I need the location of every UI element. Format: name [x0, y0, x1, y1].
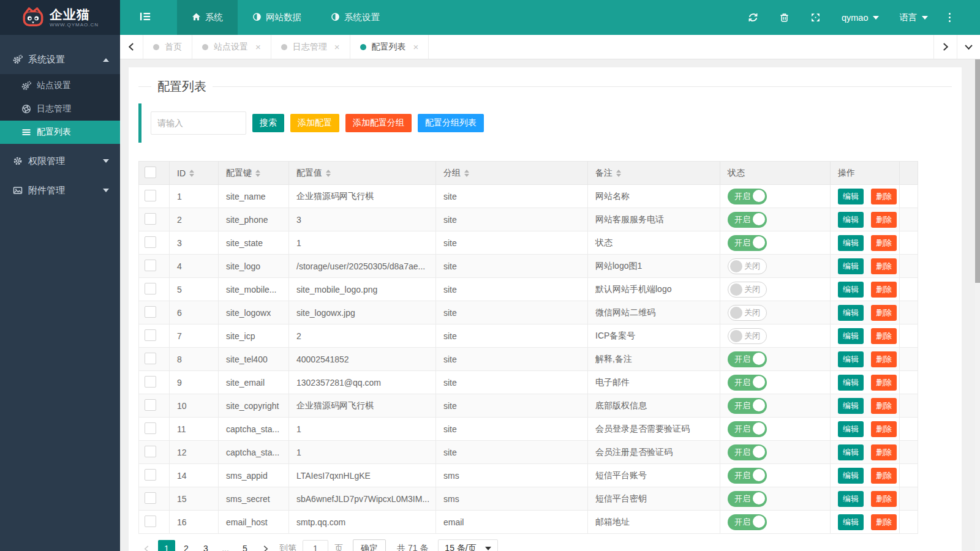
user-menu[interactable]: qymao	[842, 13, 879, 23]
row-checkbox[interactable]	[145, 190, 156, 201]
sidebar-item-log-management[interactable]: 日志管理	[0, 97, 120, 121]
state-toggle[interactable]: 开启	[728, 514, 767, 530]
delete-button[interactable]: 删除	[871, 328, 897, 344]
edit-button[interactable]: 编辑	[838, 189, 864, 204]
row-checkbox[interactable]	[145, 329, 156, 341]
config-group-list-button[interactable]: 配置分组列表	[418, 114, 484, 132]
state-toggle[interactable]: 开启	[728, 212, 767, 228]
delete-button[interactable]: 删除	[871, 375, 897, 391]
brand-logo[interactable]: 企业猫 WWW.QYMAO.CN	[0, 0, 120, 35]
page-button[interactable]: 5	[236, 540, 254, 551]
sort-icon[interactable]	[255, 170, 260, 177]
page-tab-log-management[interactable]: 日志管理 ×	[271, 35, 350, 59]
edit-button[interactable]: 编辑	[838, 282, 864, 298]
delete-button[interactable]: 删除	[871, 235, 897, 251]
vertical-scrollbar[interactable]	[975, 59, 980, 551]
delete-button[interactable]: 删除	[871, 305, 897, 321]
state-toggle[interactable]: 关闭	[728, 305, 767, 321]
more-options-icon[interactable]	[949, 13, 951, 23]
scrollbar-thumb[interactable]	[975, 59, 980, 283]
sidebar-item-system-settings[interactable]: 系统设置	[0, 45, 120, 74]
delete-button[interactable]: 删除	[871, 258, 897, 274]
edit-button[interactable]: 编辑	[838, 444, 864, 460]
page-tab-config-list[interactable]: 配置列表 ×	[350, 35, 429, 59]
tabs-scroll-left-button[interactable]	[120, 35, 143, 59]
sidebar-item-site-settings[interactable]: 站点设置	[0, 74, 120, 97]
trash-icon[interactable]	[779, 12, 790, 23]
nav-tab-system-config[interactable]: 系统设置	[316, 0, 394, 35]
delete-button[interactable]: 删除	[871, 282, 897, 298]
page-tab-home[interactable]: 首页	[143, 35, 192, 59]
page-button[interactable]: 3	[197, 540, 214, 551]
row-checkbox[interactable]	[145, 399, 156, 411]
row-checkbox[interactable]	[145, 492, 156, 504]
delete-button[interactable]: 删除	[871, 514, 897, 530]
close-tab-icon[interactable]: ×	[413, 42, 419, 52]
refresh-icon[interactable]	[748, 12, 758, 23]
delete-button[interactable]: 删除	[871, 421, 897, 437]
language-menu[interactable]: 语言	[900, 12, 928, 23]
sidebar-item-permission-management[interactable]: 权限管理	[0, 146, 120, 176]
page-button[interactable]: 1	[158, 540, 175, 551]
search-button[interactable]: 搜索	[252, 114, 284, 132]
row-checkbox[interactable]	[145, 283, 156, 294]
page-button[interactable]: 2	[178, 540, 195, 551]
nav-tab-website-data[interactable]: 网站数据	[238, 0, 316, 35]
sort-icon[interactable]	[616, 170, 621, 177]
state-toggle[interactable]: 关闭	[728, 258, 767, 274]
state-toggle[interactable]: 关闭	[728, 282, 767, 298]
nav-tab-system[interactable]: 系统	[177, 0, 238, 35]
sort-icon[interactable]	[464, 170, 469, 177]
goto-page-input[interactable]	[303, 540, 328, 551]
page-tab-site-settings[interactable]: 站点设置 ×	[192, 35, 271, 59]
state-toggle[interactable]: 开启	[728, 491, 767, 507]
fullscreen-icon[interactable]	[810, 12, 821, 23]
edit-button[interactable]: 编辑	[838, 398, 864, 414]
previous-page-button[interactable]	[138, 540, 154, 551]
state-toggle[interactable]: 开启	[728, 189, 767, 204]
add-config-button[interactable]: 添加配置	[290, 114, 339, 132]
delete-button[interactable]: 删除	[871, 398, 897, 414]
state-toggle[interactable]: 开启	[728, 235, 767, 251]
state-toggle[interactable]: 开启	[728, 421, 767, 437]
row-checkbox[interactable]	[145, 306, 156, 318]
state-toggle[interactable]: 开启	[728, 351, 767, 367]
per-page-select[interactable]: 15 条/页	[438, 539, 497, 551]
edit-button[interactable]: 编辑	[838, 258, 864, 274]
delete-button[interactable]: 删除	[871, 351, 897, 367]
row-checkbox[interactable]	[145, 515, 156, 527]
delete-button[interactable]: 删除	[871, 491, 897, 507]
state-toggle[interactable]: 开启	[728, 468, 767, 484]
sidebar-collapse-button[interactable]	[127, 0, 164, 35]
row-checkbox[interactable]	[145, 376, 156, 388]
close-tab-icon[interactable]: ×	[334, 42, 340, 52]
edit-button[interactable]: 编辑	[838, 514, 864, 530]
state-toggle[interactable]: 开启	[728, 398, 767, 414]
row-checkbox[interactable]	[145, 446, 156, 457]
edit-button[interactable]: 编辑	[838, 468, 864, 484]
edit-button[interactable]: 编辑	[838, 305, 864, 321]
row-checkbox[interactable]	[145, 422, 156, 434]
close-tab-icon[interactable]: ×	[255, 42, 261, 52]
row-checkbox[interactable]	[145, 260, 156, 271]
add-config-group-button[interactable]: 添加配置分组	[345, 114, 412, 132]
edit-button[interactable]: 编辑	[838, 328, 864, 344]
edit-button[interactable]: 编辑	[838, 351, 864, 367]
state-toggle[interactable]: 关闭	[728, 328, 767, 344]
sort-icon[interactable]	[326, 170, 331, 177]
edit-button[interactable]: 编辑	[838, 235, 864, 251]
delete-button[interactable]: 删除	[871, 444, 897, 460]
sidebar-item-attachment-management[interactable]: 附件管理	[0, 176, 120, 205]
edit-button[interactable]: 编辑	[838, 421, 864, 437]
sidebar-item-config-list[interactable]: 配置列表	[0, 121, 120, 144]
state-toggle[interactable]: 开启	[728, 444, 767, 460]
tabs-scroll-right-button[interactable]	[933, 35, 957, 59]
search-input[interactable]	[151, 111, 246, 135]
next-page-button[interactable]	[257, 540, 273, 551]
sort-icon[interactable]	[189, 170, 194, 177]
state-toggle[interactable]: 开启	[728, 375, 767, 391]
goto-confirm-button[interactable]: 确定	[353, 539, 386, 551]
delete-button[interactable]: 删除	[871, 189, 897, 204]
tabs-menu-button[interactable]	[957, 35, 980, 59]
row-checkbox[interactable]	[145, 236, 156, 248]
